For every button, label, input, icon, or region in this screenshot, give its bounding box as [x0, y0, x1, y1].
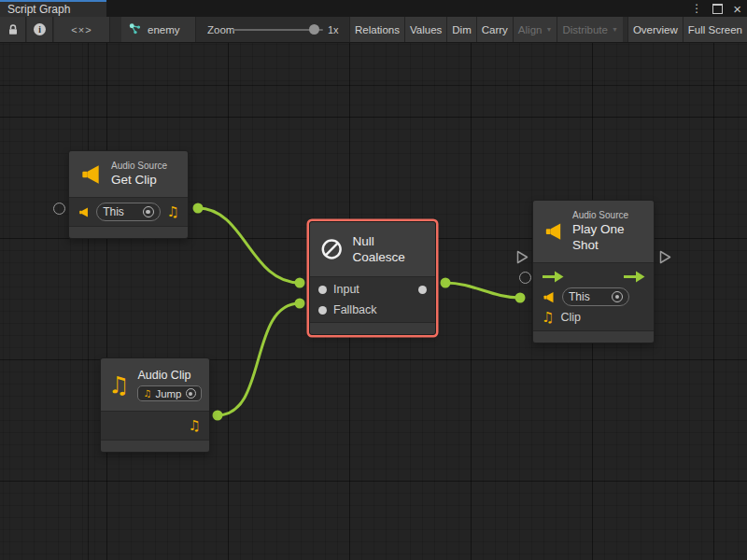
- node-header: Audio Source Play One Shot: [533, 201, 654, 263]
- audio-clip-icon: ♫: [542, 311, 554, 325]
- button-label: Distribute: [562, 24, 608, 35]
- distribute-dropdown[interactable]: Distribute ▼: [557, 17, 623, 42]
- info-button[interactable]: i: [27, 17, 53, 42]
- chevron-down-icon: ▼: [545, 26, 552, 33]
- port-label: Input: [333, 283, 359, 296]
- lock-button[interactable]: [0, 17, 26, 42]
- result-output-port[interactable]: [418, 286, 427, 294]
- wire-getclip-to-input: [198, 208, 300, 283]
- values-button[interactable]: Values: [404, 17, 446, 42]
- this-field-value: This: [103, 205, 124, 218]
- port-this-unconnected[interactable]: [53, 203, 65, 215]
- zoom-slider-handle[interactable]: [309, 24, 319, 35]
- node-null-coalesce[interactable]: Null Coalesce Input Fallback: [309, 221, 436, 335]
- port-row-this: This: [533, 287, 654, 307]
- tab-script-graph[interactable]: Script Graph: [0, 0, 106, 17]
- code-view-button[interactable]: <×>: [54, 17, 110, 42]
- connected-port[interactable]: [515, 293, 526, 303]
- zoom-value: 1x: [328, 17, 339, 42]
- zoom-label: Zoom: [207, 17, 234, 42]
- audio-clip-icon: ♫: [108, 373, 129, 397]
- audio-clip-output-icon: ♫: [189, 419, 201, 433]
- node-header: ♫ Audio Clip ♫ Jump: [101, 358, 209, 412]
- align-dropdown[interactable]: Align ▼: [513, 17, 557, 42]
- button-label: Relations: [355, 24, 400, 35]
- node-header: Audio Source Get Clip: [69, 151, 188, 198]
- maximize-icon[interactable]: [712, 4, 723, 14]
- node-title: Audio Clip: [137, 368, 201, 384]
- control-output-arrow-icon[interactable]: [623, 271, 645, 283]
- port-row-input: Input: [310, 279, 435, 300]
- node-play-one-shot[interactable]: Audio Source Play One Shot: [532, 200, 655, 343]
- null-coalesce-icon: [319, 236, 344, 262]
- audio-source-icon: [543, 219, 564, 244]
- connected-port[interactable]: [213, 411, 223, 421]
- audio-source-icon: [78, 162, 103, 187]
- dim-button[interactable]: Dim: [446, 17, 475, 42]
- button-label: Dim: [452, 24, 471, 35]
- control-output-port[interactable]: [659, 250, 671, 264]
- output-row: ♫: [101, 415, 209, 436]
- audio-source-icon: [78, 205, 90, 219]
- button-label: Carry: [482, 24, 508, 35]
- node-title: Get Clip: [111, 172, 167, 188]
- clip-field-value: Jump: [155, 388, 181, 399]
- button-label: Values: [410, 24, 442, 35]
- script-graph-icon: [128, 22, 142, 36]
- object-picker-icon[interactable]: [143, 206, 154, 217]
- wire-audioclip-to-fallback: [218, 303, 300, 415]
- tab-title: Script Graph: [7, 3, 70, 16]
- graph-toolbar: i <×> enemy Zoom 1x Relations Values Dim…: [0, 17, 747, 43]
- node-subtitle: Audio Source: [572, 210, 644, 221]
- node-title: Null Coalesce: [352, 233, 426, 265]
- this-object-field[interactable]: This: [96, 203, 160, 221]
- connected-port[interactable]: [295, 299, 305, 309]
- node-footer: [310, 322, 435, 334]
- connected-port[interactable]: [193, 203, 204, 214]
- node-subtitle: Audio Source: [111, 161, 167, 172]
- input-port[interactable]: [318, 286, 327, 294]
- port-row-this: This ♫: [69, 202, 188, 222]
- fallback-port[interactable]: [318, 306, 327, 315]
- control-input-arrow-icon[interactable]: [542, 271, 564, 283]
- port-this-unconnected[interactable]: [519, 272, 531, 284]
- node-footer: [69, 226, 188, 238]
- graph-canvas[interactable]: Audio Source Get Clip This ♫: [0, 43, 747, 560]
- port-row-fallback: Fallback: [310, 300, 435, 320]
- wire-nullcoalesce-to-clip: [445, 283, 520, 298]
- audio-source-icon: [542, 290, 556, 304]
- audio-clip-object-field[interactable]: ♫ Jump: [137, 385, 201, 401]
- node-header: Null Coalesce: [310, 222, 435, 277]
- this-object-field[interactable]: This: [562, 287, 629, 306]
- node-footer: [533, 330, 654, 343]
- lock-icon: [7, 23, 20, 36]
- port-label: Clip: [560, 311, 581, 324]
- connected-port[interactable]: [295, 278, 305, 288]
- toolbar-buttons: Relations Values Dim Carry Align ▼ Distr…: [349, 17, 747, 42]
- node-title: Play One Shot: [572, 221, 644, 253]
- relations-button[interactable]: Relations: [349, 17, 404, 42]
- carry-button[interactable]: Carry: [476, 17, 513, 42]
- full-screen-button[interactable]: Full Screen: [683, 17, 747, 42]
- control-input-port[interactable]: [516, 250, 529, 264]
- close-icon[interactable]: ×: [733, 2, 741, 16]
- code-icon: <×>: [71, 24, 92, 35]
- object-picker-icon[interactable]: [612, 291, 623, 302]
- window-controls: ⋮ ×: [691, 0, 741, 17]
- window-menu-icon[interactable]: ⋮: [691, 3, 702, 14]
- port-row-clip: ♫ Clip: [533, 307, 654, 328]
- button-label: Align: [518, 24, 543, 35]
- node-get-clip[interactable]: Audio Source Get Clip This ♫: [68, 150, 189, 239]
- info-icon: i: [34, 23, 46, 35]
- node-footer: [101, 440, 209, 452]
- object-picker-icon[interactable]: [186, 388, 196, 399]
- node-audio-clip[interactable]: ♫ Audio Clip ♫ Jump ♫: [100, 357, 210, 453]
- window-tab-strip: Script Graph ⋮ ×: [0, 0, 747, 17]
- button-label: Overview: [633, 24, 678, 35]
- graph-selector[interactable]: enemy: [121, 17, 196, 42]
- audio-clip-output-icon: ♫: [167, 205, 179, 219]
- connected-port[interactable]: [441, 278, 451, 288]
- overview-button[interactable]: Overview: [627, 17, 683, 42]
- audio-clip-icon: ♫: [143, 389, 151, 399]
- control-flow-row: [533, 266, 654, 287]
